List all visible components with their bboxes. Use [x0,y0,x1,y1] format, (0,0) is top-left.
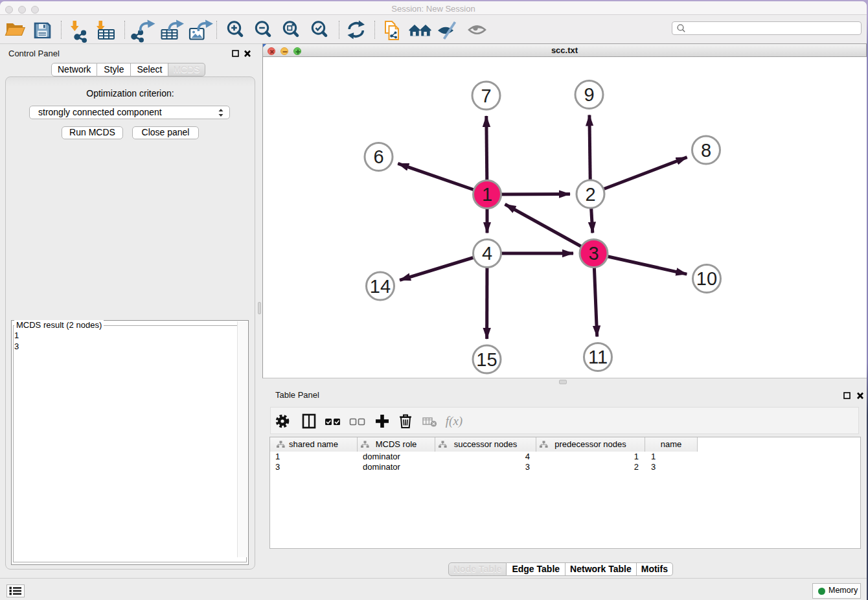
svg-text:11: 11 [588,347,608,367]
svg-text:6: 6 [373,146,383,167]
svg-text:14: 14 [370,276,391,297]
svg-text:4: 4 [482,243,492,264]
svg-text:9: 9 [584,84,594,105]
svg-text:f(x): f(x) [446,414,463,428]
svg-text:15: 15 [476,349,497,370]
svg-text:8: 8 [701,140,711,161]
svg-text:7: 7 [481,86,491,106]
svg-text:2: 2 [585,184,595,205]
svg-text:3: 3 [588,243,599,264]
svg-text:1: 1 [482,184,492,205]
svg-text:10: 10 [696,268,717,289]
